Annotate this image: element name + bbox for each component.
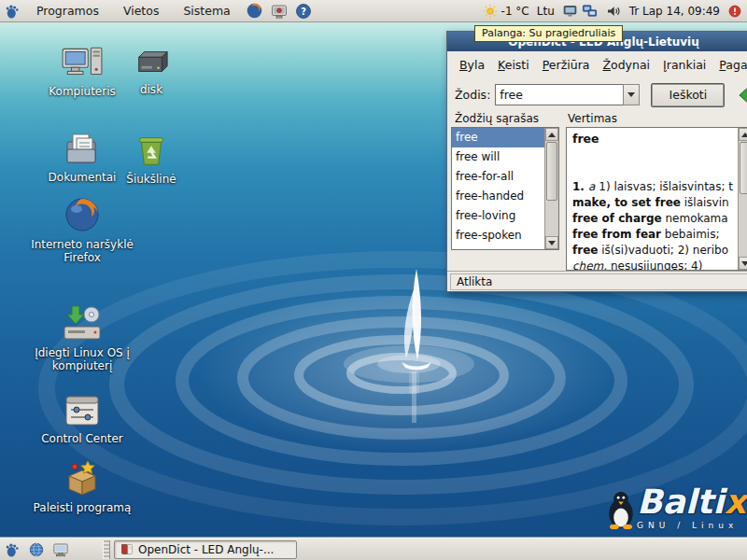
clock-applet[interactable]: Tr Lap 14, 09:49 [629, 5, 720, 18]
status-text: Atlikta [457, 275, 492, 288]
search-row: Žodis: Ieškoti [447, 77, 747, 112]
installer-icon [61, 304, 104, 343]
scroll-down-icon[interactable] [739, 257, 747, 270]
weather-applet[interactable]: -1 °C [483, 4, 529, 19]
scroll-up-icon[interactable] [545, 128, 558, 141]
keyboard-layout-indicator[interactable]: Ltu [537, 5, 555, 18]
translation-line: free iš(si)vaduoti; 2) neribo [572, 243, 732, 259]
run-program-icon [62, 457, 103, 498]
word-combobox [495, 84, 640, 105]
menu-byla[interactable]: Byla [453, 54, 491, 76]
back-icon[interactable] [736, 83, 747, 107]
scrollbar-thumb[interactable] [740, 142, 747, 194]
translation-content: free 1. a 1) laisvas; išlaisvintas; t ma… [567, 128, 738, 270]
menu-accel: B [459, 58, 468, 72]
baltix-menu-icon[interactable] [3, 2, 21, 21]
brand-accent-letter: x [725, 483, 746, 521]
menu-pagalba[interactable]: Pagalba [712, 54, 747, 76]
disk-icon [131, 45, 172, 80]
menu-label: rankiai [667, 58, 707, 72]
translation-scrollbar[interactable] [738, 128, 747, 270]
menu-vietos[interactable]: Vietos [111, 0, 172, 22]
desktop-icon-label: Control Center [41, 432, 123, 445]
weather-tooltip: Palanga: Su pragiedruliais [474, 25, 623, 42]
menu-perziura[interactable]: Peržiūra [536, 54, 597, 76]
computer-icon [61, 43, 104, 82]
word-list-item[interactable]: free [452, 128, 544, 147]
web-browser-icon[interactable] [27, 540, 46, 559]
screenshot-tool-icon[interactable] [270, 2, 289, 21]
window-menubar: Byla Keisti Peržiūra Žodynai Įrankiai Pa… [447, 51, 747, 77]
menu-accel: Ž [602, 58, 611, 72]
trash-icon [132, 131, 171, 170]
svg-text:?: ? [301, 6, 306, 16]
menu-label: odynai [611, 58, 650, 72]
baltix-icon[interactable] [3, 540, 21, 559]
menu-zodynai[interactable]: Žodynai [596, 54, 656, 76]
translation-line: make, to set free išlaisvin [572, 195, 732, 211]
word-list-rows: free free will free-for-all free-handed … [452, 128, 544, 249]
desktop-icon-firefox[interactable]: Interneto naršyklė Firefox [31, 194, 134, 264]
word-list-item[interactable]: free will [452, 147, 544, 167]
desktop-icon-siuksline[interactable]: Šiukšlinė [112, 131, 190, 186]
sun-icon [483, 4, 498, 19]
desktop-icon-installer[interactable]: Įdiegti Linux OS į kompiuterį [28, 304, 136, 372]
translation-line: 1. a 1) laisvas; išlaisvintas; t [572, 179, 732, 195]
word-list-item[interactable]: free-handed [452, 187, 544, 206]
top-panel: Programos Vietos Sistema ? [0, 0, 747, 22]
help-icon[interactable]: ? [294, 2, 313, 21]
network-monitor-icon[interactable] [582, 3, 598, 19]
scrollbar-track[interactable] [545, 141, 558, 236]
translation-line: free of charge nemokama [572, 211, 732, 227]
show-desktop-icon[interactable] [51, 540, 70, 559]
menu-accel: P [543, 58, 549, 72]
window-list-handle[interactable] [103, 540, 110, 559]
scrollbar-track[interactable] [739, 141, 747, 257]
menu-keisti[interactable]: Keisti [491, 54, 536, 76]
combo-dropdown-button[interactable] [623, 84, 640, 105]
control-center-icon [62, 392, 103, 429]
dictionary-icon [120, 542, 134, 556]
search-button[interactable]: Ieškoti [651, 83, 725, 107]
scroll-down-icon[interactable] [545, 236, 558, 249]
desktop-icon-run-program[interactable]: Paleisti programą [31, 457, 134, 514]
baltix-branding: Baltix GNU / Linux [605, 485, 746, 530]
desktop-icon-disk[interactable]: disk [112, 45, 190, 96]
desktop-icon-control-center[interactable]: Control Center [31, 392, 134, 445]
word-list-label: Žodžių sąrašas [455, 112, 539, 125]
desktop-icon-label: Kompiuteris [49, 85, 115, 98]
menu-programos[interactable]: Programos [24, 0, 111, 22]
scrollbar-thumb[interactable] [546, 142, 557, 201]
desktop-icon-label: disk [140, 83, 162, 96]
display-icon[interactable] [562, 3, 578, 19]
word-list-item[interactable]: free-spoken [452, 226, 544, 245]
word-list-item[interactable]: free-loving [452, 206, 544, 226]
translation-label: Vertimas [568, 112, 617, 125]
translation-line: chem. nesusijungęs; 4) [572, 259, 732, 270]
word-list-scrollbar[interactable] [544, 128, 558, 249]
word-input[interactable] [495, 84, 623, 105]
taskbar-window-title: OpenDict - LED Anglų-... [138, 543, 274, 556]
desktop-icon-label: Dokumentai [49, 171, 117, 184]
scroll-up-icon[interactable] [739, 128, 747, 141]
firefox-launcher-icon[interactable] [246, 2, 264, 21]
desktop-icon-label: Šiukšlinė [126, 173, 176, 186]
translation-line: free from fear bebaimis; [572, 227, 732, 243]
notification-icon[interactable] [727, 4, 742, 19]
menu-sistema[interactable]: Sistema [171, 0, 242, 22]
word-list-item[interactable]: free-for-all [452, 167, 544, 187]
opendict-window: OpenDict - LED Anglų-Lietuvių Byla Keist… [446, 31, 747, 292]
volume-icon[interactable] [605, 3, 622, 20]
taskbar-window-button[interactable]: OpenDict - LED Anglų-... [114, 540, 297, 559]
desktop-icon-label: Paleisti programą [34, 501, 132, 514]
menu-label: eisti [505, 58, 529, 72]
menu-irankiai[interactable]: Įrankiai [656, 54, 712, 76]
tux-icon [605, 489, 637, 530]
menu-label: agalba [726, 58, 747, 72]
brand-name: Balti [637, 483, 725, 521]
menu-accel: K [498, 58, 505, 72]
translation-view[interactable]: free 1. a 1) laisvas; išlaisvintas; t ma… [566, 127, 747, 271]
chevron-down-icon [627, 92, 635, 97]
documents-icon [61, 131, 104, 168]
menu-label: eržiūra [549, 58, 590, 72]
